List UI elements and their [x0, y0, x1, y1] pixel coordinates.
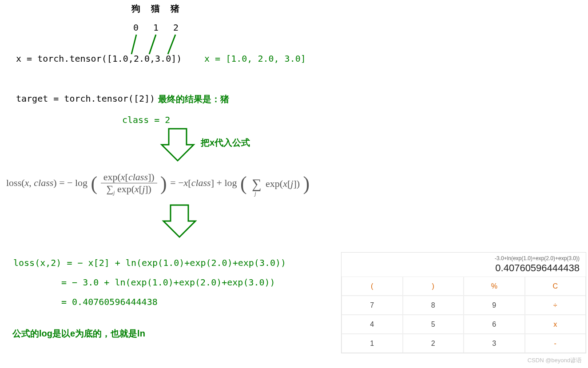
svg-line-0	[131, 35, 136, 54]
calc-steps: loss(x,2) = − x[2] + ln(exp(1.0)+exp(2.0…	[13, 253, 286, 312]
calculator-expression: -3.0+ln(exp(1.0)+exp(2.0)+exp(3.0))	[348, 255, 580, 261]
watermark: CSDN @beyond谚语	[528, 356, 582, 364]
calc-key-8[interactable]: 8	[403, 296, 464, 315]
calculator-result: 0.40760596444438	[348, 262, 580, 274]
log-footnote: 公式的log是以e为底的，也就是ln	[12, 328, 145, 340]
loss-formula: loss(x, class) = − log ( exp(x[class]) ∑…	[6, 171, 310, 196]
calculator-keypad: ()%C789÷456x123-	[342, 277, 586, 353]
arrow-down-1-icon	[159, 127, 196, 164]
calc-key-([interactable]: (	[342, 277, 403, 296]
calc-key-2[interactable]: 2	[403, 334, 464, 353]
calc-key-7[interactable]: 7	[342, 296, 403, 315]
calc-step-1: loss(x,2) = − x[2] + ln(exp(1.0)+exp(2.0…	[13, 253, 286, 273]
calc-key-6[interactable]: 6	[464, 315, 525, 334]
svg-line-2	[168, 35, 175, 54]
calc-key-)[interactable]: )	[403, 277, 464, 296]
calc-step-2: = − 3.0 + ln(exp(1.0)+exp(2.0)+exp(3.0))	[13, 273, 286, 292]
svg-line-1	[149, 35, 156, 54]
calc-key-C[interactable]: C	[525, 277, 586, 296]
code-target-assign: target = torch.tensor([2])	[16, 93, 155, 104]
calculator-display: -3.0+ln(exp(1.0)+exp(2.0)+exp(3.0)) 0.40…	[342, 253, 586, 277]
calc-key-4[interactable]: 4	[342, 315, 403, 334]
calc-step-3: = 0.40760596444438	[13, 292, 286, 312]
arrow-down-2-icon	[161, 203, 198, 241]
class-eq: class = 2	[122, 115, 170, 125]
calc-key-÷[interactable]: ÷	[525, 296, 586, 315]
calc-key-1[interactable]: 1	[342, 334, 403, 353]
calc-key-x[interactable]: x	[525, 315, 586, 334]
calculator: -3.0+ln(exp(1.0)+exp(2.0)+exp(3.0)) 0.40…	[341, 252, 586, 353]
target-note: 最终的结果是：猪	[158, 93, 229, 105]
calc-key-5[interactable]: 5	[403, 315, 464, 334]
code-x-assign: x = torch.tensor([1.0,2.0,3.0])	[16, 53, 182, 64]
calc-key--[interactable]: -	[525, 334, 586, 353]
calc-key-9[interactable]: 9	[464, 296, 525, 315]
calc-key-%[interactable]: %	[464, 277, 525, 296]
code-x-list: x = [1.0, 2.0, 3.0]	[204, 53, 306, 64]
calc-key-3[interactable]: 3	[464, 334, 525, 353]
arrow1-note: 把x代入公式	[201, 137, 250, 149]
